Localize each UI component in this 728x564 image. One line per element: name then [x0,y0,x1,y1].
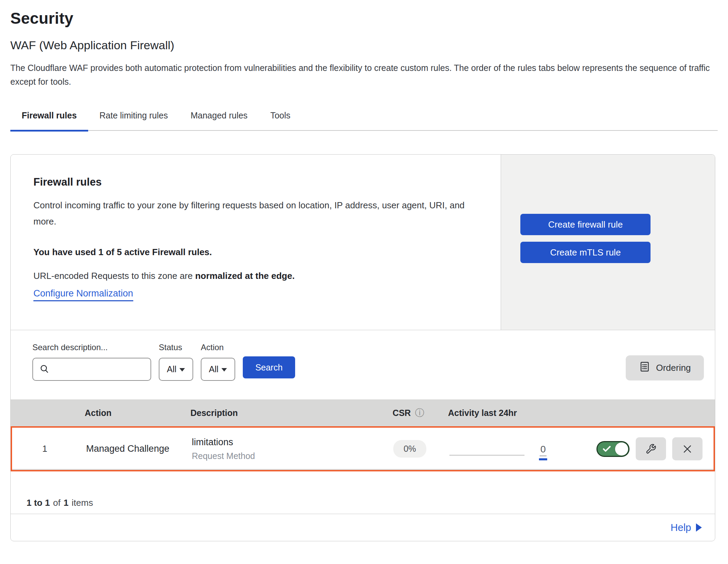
pagination-total: 1 [64,498,69,508]
action-select-value: All [209,364,219,374]
rule-activity-cell: 0 [449,438,573,460]
page-description: The Cloudflare WAF provides both automat… [10,61,716,88]
chevron-down-icon [221,368,227,372]
tab-rate-limiting-rules[interactable]: Rate limiting rules [88,106,179,130]
normalization-note: URL-encoded Requests to this zone are no… [33,271,480,281]
checkmark-icon [602,444,612,454]
header-activity: Activity last 24hr [448,408,572,418]
action-field-group: Action All [201,343,235,381]
chevron-down-icon [179,368,185,372]
card-actions-panel: Create firewall rule Create mTLS rule [501,155,715,330]
activity-count-link[interactable]: 0 [539,444,547,460]
search-icon [39,364,50,375]
search-input[interactable] [54,365,150,374]
header-action: Action [76,408,186,418]
tab-bar: Firewall rules Rate limiting rules Manag… [10,106,718,131]
rule-description: limitations [192,437,370,448]
status-label: Status [159,343,193,352]
search-box [32,358,151,381]
toggle-knob [615,442,628,456]
header-description: Description [186,408,369,418]
action-label: Action [201,343,235,352]
pagination-of: of [53,498,61,508]
normalization-prefix: URL-encoded Requests to this zone are [33,271,195,281]
card-footer: Help [11,514,715,541]
help-link[interactable]: Help [670,522,702,533]
normalization-bold: normalized at the edge. [195,271,295,281]
usage-note: You have used 1 of 5 active Firewall rul… [33,247,480,258]
rule-description-cell: limitations Request Method [188,437,370,461]
status-field-group: Status All [159,343,193,381]
create-firewall-rule-button[interactable]: Create firewall rule [520,214,651,235]
table-header-row: Action Description CSR ⓘ Activity last 2… [11,399,715,426]
action-select[interactable]: All [201,358,235,381]
search-button[interactable]: Search [243,356,295,378]
create-mtls-rule-button[interactable]: Create mTLS rule [520,242,651,263]
page-title: Security [10,9,718,28]
ordering-button[interactable]: Ordering [626,355,704,380]
tab-managed-rules[interactable]: Managed rules [179,106,259,130]
edit-rule-button[interactable] [636,437,666,460]
rule-csr-cell: 0% [370,440,449,458]
status-select-value: All [167,364,177,374]
rule-action: Managed Challenge [77,443,188,454]
activity-count: 0 [540,444,547,456]
card-overview-section: Firewall rules Control incoming traffic … [11,155,715,330]
security-waf-page: Security WAF (Web Application Firewall) … [0,0,728,541]
rule-controls [573,437,714,460]
card-title: Firewall rules [33,176,480,188]
pagination-items: items [72,498,93,508]
firewall-rules-card: Firewall rules Control incoming traffic … [10,154,715,541]
arrow-right-icon [696,523,702,532]
rule-priority: 1 [12,443,77,454]
ordering-list-icon [639,361,651,375]
ordering-button-label: Ordering [656,363,691,373]
rule-expression: Request Method [192,451,370,461]
wrench-icon [645,443,656,455]
tab-tools[interactable]: Tools [259,106,302,130]
search-field-group: Search description... [32,343,151,381]
info-icon[interactable]: ⓘ [415,407,424,419]
configure-normalization-link[interactable]: Configure Normalization [33,288,133,301]
rule-enabled-toggle[interactable] [596,441,630,457]
activity-sparkline [449,455,524,456]
delete-rule-button[interactable] [672,437,703,460]
pagination-range: 1 to 1 [27,498,50,508]
firewall-rule-row: 1 Managed Challenge limitations Request … [11,426,715,471]
csr-badge: 0% [393,440,426,458]
activity-count-underline [539,458,547,460]
pagination-summary: 1 to 1 of 1 items [11,471,715,514]
header-csr: CSR ⓘ [369,407,448,419]
tab-firewall-rules[interactable]: Firewall rules [10,106,88,130]
help-link-label: Help [670,522,691,533]
page-subtitle: WAF (Web Application Firewall) [10,39,718,52]
status-select[interactable]: All [159,358,193,381]
search-label: Search description... [32,343,151,352]
header-csr-label: CSR [393,408,411,418]
filter-bar: Search description... Status All Action [11,330,715,399]
card-description: Control incoming traffic to your zone by… [33,197,478,230]
x-icon [682,443,693,455]
card-overview-text: Firewall rules Control incoming traffic … [11,155,501,330]
